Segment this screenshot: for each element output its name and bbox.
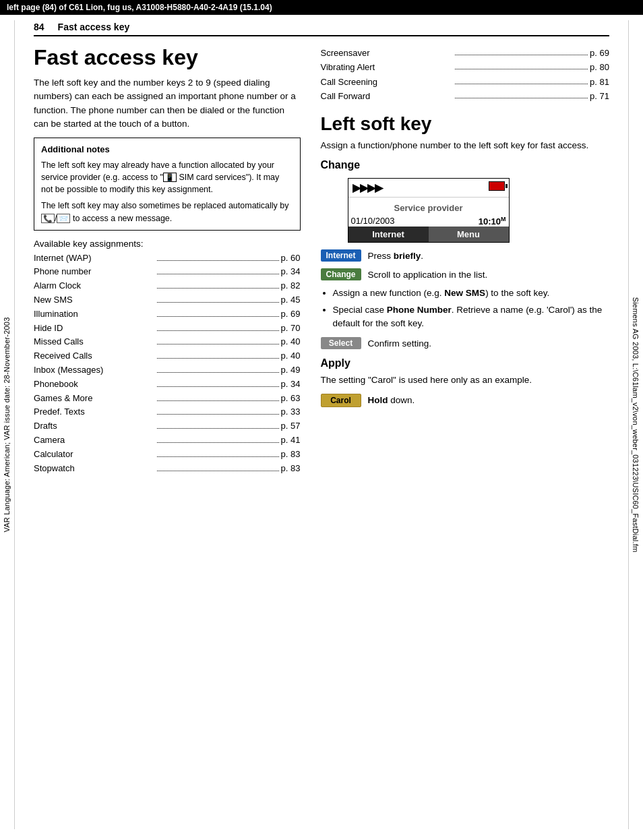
list-item: Calculatorp. 83	[34, 448, 301, 462]
action-change: Change Scroll to application in the list…	[321, 268, 609, 282]
phone-date-time: 01/10/2003 10:10M	[348, 216, 509, 227]
two-column-layout: Fast access key The left soft key and th…	[34, 46, 609, 475]
change-heading: Change	[321, 159, 609, 171]
toc-list-item: Call Forwardp. 71	[321, 89, 609, 103]
toc-right-list: Screensaverp. 69Vibrating Alertp. 80Call…	[321, 46, 609, 104]
phone-top-bar: ▶▶▶▶	[348, 179, 509, 198]
list-item: Phonebookp. 34	[34, 378, 301, 392]
page-section-title: Fast access key	[58, 22, 130, 32]
toc-list-item: Vibrating Alertp. 80	[321, 60, 609, 74]
main-heading: Fast access key	[34, 46, 301, 69]
apply-heading: Apply	[321, 357, 609, 369]
note-paragraph-1: The left soft key may already have a fun…	[41, 159, 293, 196]
bullet-item-1: Assign a new function (e.g. New SMS) to …	[333, 287, 609, 300]
bullet-list: Assign a new function (e.g. New SMS) to …	[333, 287, 609, 330]
left-soft-key-heading: Left soft key	[321, 113, 609, 135]
badge-select: Select	[321, 337, 361, 349]
toc-list-item: Call Screeningp. 81	[321, 75, 609, 89]
action-carol-text: Hold down.	[368, 394, 415, 407]
page-header-bar: left page (84) of C61 Lion, fug us, A310…	[0, 0, 643, 15]
list-item: Phone numberp. 34	[34, 265, 301, 279]
assignments-label: Available key assignments:	[34, 239, 301, 249]
phone-battery	[489, 181, 505, 191]
sidebar-left: VAR Language: American; VAR issue date: …	[0, 20, 15, 829]
list-item: Draftsp. 57	[34, 419, 301, 433]
badge-change: Change	[321, 268, 361, 280]
page-header: 84 Fast access key	[34, 22, 609, 36]
list-item: Inbox (Messages)p. 49	[34, 363, 301, 378]
left-soft-key-intro: Assign a function/phone number to the le…	[321, 139, 609, 152]
phone-softkey-right: Menu	[429, 227, 509, 242]
action-internet-text: Press briefly.	[368, 249, 424, 263]
phone-provider: Service provider	[353, 203, 505, 213]
apply-text: The setting "Carol" is used here only as…	[321, 373, 609, 387]
list-item: Internet (WAP)p. 60	[34, 251, 301, 266]
badge-carol: Carol	[321, 394, 361, 407]
phone-time: 10:10M	[479, 216, 506, 227]
right-column: Screensaverp. 69Vibrating Alertp. 80Call…	[321, 46, 609, 475]
bullet-item-2: Special case Phone Number. Retrieve a na…	[333, 303, 609, 331]
list-item: New SMSp. 45	[34, 293, 301, 307]
list-item: Alarm Clockp. 82	[34, 279, 301, 293]
assignments-list: Internet (WAP)p. 60Phone numberp. 34Alar…	[34, 251, 301, 476]
note-paragraph-2: The left soft key may also sometimes be …	[41, 200, 293, 224]
note-box-title: Additional notes	[41, 144, 293, 156]
action-change-text: Scroll to application in the list.	[368, 268, 488, 282]
phone-signal: ▶▶▶▶	[353, 181, 382, 194]
phone-middle: Service provider	[348, 198, 509, 216]
phone-date: 01/10/2003	[351, 216, 395, 227]
list-item: Camerap. 41	[34, 433, 301, 448]
phone-softkeys: Internet Menu	[348, 227, 509, 242]
list-item: Predef. Textsp. 33	[34, 405, 301, 419]
list-item: Received Callsp. 40	[34, 349, 301, 363]
list-item: Missed Callsp. 40	[34, 335, 301, 349]
phone-mockup: ▶▶▶▶ Service provider 01/10/2003 10:10M …	[348, 178, 510, 243]
action-select-text: Confirm setting.	[368, 337, 432, 351]
action-carol: Carol Hold down.	[321, 394, 609, 407]
sidebar-left-text: VAR Language: American; VAR issue date: …	[3, 318, 11, 533]
action-internet: Internet Press briefly.	[321, 249, 609, 263]
sidebar-right-text: Siemens AG 2003, L:\C61lam_v2\von_weber_…	[632, 297, 640, 553]
phone-softkey-left: Internet	[348, 227, 429, 242]
list-item: Games & Morep. 63	[34, 392, 301, 406]
list-item: Stopwatchp. 83	[34, 462, 301, 476]
left-column: Fast access key The left soft key and th…	[34, 46, 301, 475]
intro-text: The left soft key and the number keys 2 …	[34, 76, 301, 131]
action-select: Select Confirm setting.	[321, 337, 609, 351]
page-number: 84	[34, 22, 44, 32]
sidebar-right: Siemens AG 2003, L:\C61lam_v2\von_weber_…	[628, 20, 643, 829]
list-item: Illuminationp. 69	[34, 307, 301, 322]
list-item: Hide IDp. 70	[34, 322, 301, 336]
toc-list-item: Screensaverp. 69	[321, 46, 609, 60]
main-content: 84 Fast access key Fast access key The l…	[20, 15, 623, 489]
note-box: Additional notes The left soft key may a…	[34, 138, 301, 230]
badge-internet: Internet	[321, 249, 361, 262]
